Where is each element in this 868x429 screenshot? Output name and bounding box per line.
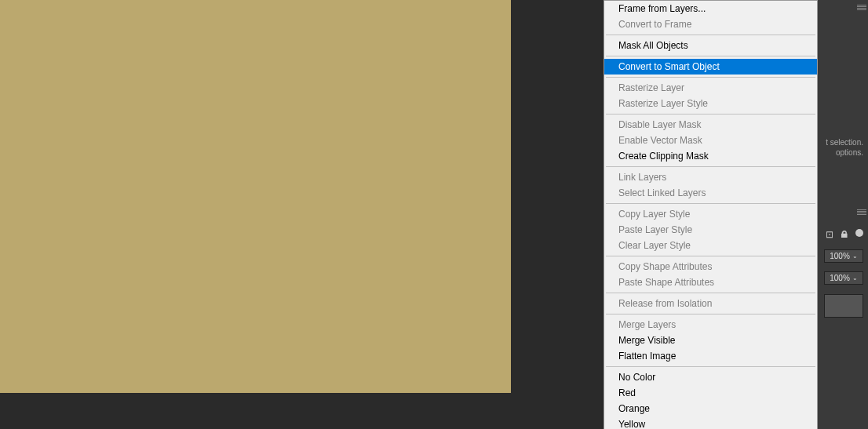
menu-item-red[interactable]: Red xyxy=(604,385,817,401)
menu-separator xyxy=(606,114,815,115)
menu-item-copy-shape-attributes: Copy Shape Attributes xyxy=(604,259,817,274)
menu-separator xyxy=(606,256,815,256)
flyout-icon[interactable] xyxy=(857,208,866,216)
menu-separator xyxy=(606,56,815,56)
menu-separator xyxy=(606,166,815,167)
layer-thumbnail[interactable] xyxy=(824,294,863,318)
lock-icon[interactable]: 🔒︎ xyxy=(840,229,849,240)
dropdown-icon: ⌄ xyxy=(852,274,858,282)
menu-item-convert-to-frame: Convert to Frame xyxy=(604,16,817,32)
panel-hint-text: t selection. options. xyxy=(826,137,863,158)
menu-item-merge-layers: Merge Layers xyxy=(604,317,817,333)
panels-sidebar: t selection. options. ⊡ 🔒︎ 100%⌄ 100%⌄ xyxy=(818,0,868,429)
menu-separator xyxy=(606,77,815,78)
layer-context-menu: Frame from Layers...Convert to FrameMask… xyxy=(604,0,818,429)
mask-icon[interactable] xyxy=(855,229,863,237)
menu-item-yellow[interactable]: Yellow xyxy=(604,416,817,429)
menu-separator xyxy=(606,366,815,367)
menu-item-frame-from-layers[interactable]: Frame from Layers... xyxy=(604,1,817,16)
menu-item-rasterize-layer: Rasterize Layer xyxy=(604,80,817,96)
menu-item-disable-layer-mask: Disable Layer Mask xyxy=(604,117,817,133)
flyout-icon[interactable] xyxy=(857,3,866,11)
menu-item-no-color[interactable]: No Color xyxy=(604,369,817,385)
opacity-value[interactable]: 100%⌄ xyxy=(824,249,863,263)
menu-item-orange[interactable]: Orange xyxy=(604,401,817,416)
fill-value[interactable]: 100%⌄ xyxy=(824,271,863,285)
menu-item-release-from-isolation: Release from Isolation xyxy=(604,296,817,311)
menu-item-flatten-image[interactable]: Flatten Image xyxy=(604,348,817,364)
menu-item-merge-visible[interactable]: Merge Visible xyxy=(604,333,817,348)
menu-item-create-clipping-mask[interactable]: Create Clipping Mask xyxy=(604,148,817,164)
panel-icons: ⊡ 🔒︎ xyxy=(826,229,863,240)
menu-item-paste-shape-attributes: Paste Shape Attributes xyxy=(604,274,817,290)
menu-item-link-layers: Link Layers xyxy=(604,169,817,185)
dropdown-icon: ⌄ xyxy=(852,253,858,260)
menu-item-rasterize-layer-style: Rasterize Layer Style xyxy=(604,96,817,111)
menu-item-copy-layer-style: Copy Layer Style xyxy=(604,206,817,222)
menu-separator xyxy=(606,314,815,314)
menu-separator xyxy=(606,203,815,204)
menu-item-paste-layer-style: Paste Layer Style xyxy=(604,222,817,238)
link-icon[interactable]: ⊡ xyxy=(826,229,833,240)
menu-separator xyxy=(606,35,815,35)
menu-item-convert-to-smart-object[interactable]: Convert to Smart Object xyxy=(604,59,817,75)
menu-item-clear-layer-style: Clear Layer Style xyxy=(604,238,817,253)
menu-item-select-linked-layers: Select Linked Layers xyxy=(604,185,817,201)
menu-item-mask-all-objects[interactable]: Mask All Objects xyxy=(604,38,817,53)
menu-item-enable-vector-mask: Enable Vector Mask xyxy=(604,133,817,148)
canvas[interactable] xyxy=(0,0,511,393)
menu-separator xyxy=(606,293,815,293)
